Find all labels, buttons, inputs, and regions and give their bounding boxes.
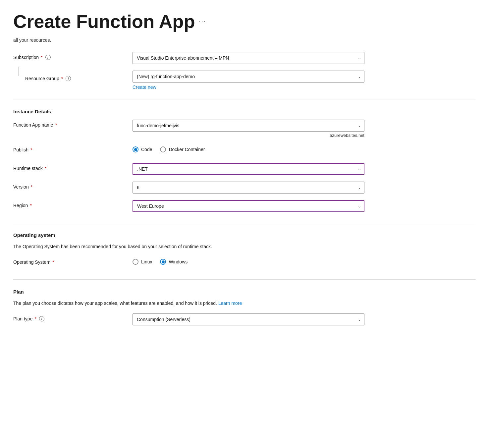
plan-title: Plan	[13, 289, 476, 295]
operating-system-title: Operating system	[13, 232, 476, 238]
divider-3	[13, 279, 476, 280]
publish-code-radio	[133, 146, 138, 152]
os-windows-option[interactable]: Windows	[160, 259, 188, 265]
plan-description: The plan you choose dictates how your ap…	[13, 300, 476, 307]
region-label: Region *	[13, 200, 133, 208]
resource-group-row: Resource Group * i (New) rg-function-app…	[13, 71, 476, 90]
publish-code-label: Code	[141, 147, 152, 152]
subscription-select-wrapper: Visual Studio Enterprise-abonnement – MP…	[133, 52, 364, 64]
indent-line	[13, 67, 24, 76]
function-app-name-select-wrapper: func-demo-jefmeijvis ⌄	[133, 120, 364, 132]
region-required: *	[30, 203, 31, 208]
publish-control: Code Docker Container	[133, 144, 364, 152]
function-app-name-control: func-demo-jefmeijvis ⌄ .azurewebsites.ne…	[133, 120, 364, 138]
operating-system-description: The Operating System has been recommende…	[13, 243, 476, 250]
page-subtitle: all your resources.	[13, 37, 476, 43]
plan-type-label: Plan type * i	[13, 313, 133, 321]
publish-row: Publish * Code Docker Container	[13, 144, 476, 156]
plan-type-select-wrapper: Consumption (Serverless) ⌄	[133, 313, 364, 325]
publish-docker-radio	[160, 146, 166, 152]
divider-1	[13, 99, 476, 99]
operating-system-section: Operating system The Operating System ha…	[13, 232, 476, 269]
resource-group-label: Resource Group	[25, 76, 59, 81]
plan-section: Plan The plan you choose dictates how yo…	[13, 289, 476, 325]
os-linux-label: Linux	[141, 259, 152, 264]
plan-learn-more-link[interactable]: Learn more	[218, 301, 242, 306]
operating-system-row: Operating System * Linux Windows	[13, 257, 476, 269]
runtime-stack-control: .NET ⌄	[133, 163, 364, 175]
os-linux-radio	[133, 259, 138, 265]
os-linux-option[interactable]: Linux	[133, 259, 152, 265]
region-control: West Europe ⌄	[133, 200, 364, 212]
publish-docker-label: Docker Container	[169, 147, 205, 152]
os-windows-label: Windows	[169, 259, 188, 264]
resource-group-select-wrapper: (New) rg-function-app-demo ⌄	[133, 71, 364, 83]
runtime-stack-label: Runtime stack *	[13, 163, 133, 171]
publish-docker-option[interactable]: Docker Container	[160, 146, 205, 152]
version-select[interactable]: 6	[133, 182, 364, 194]
publish-radio-group: Code Docker Container	[133, 144, 364, 152]
page-title-container: Create Function App ···	[13, 11, 476, 32]
instance-details-section: Instance Details Function App name * fun…	[13, 109, 476, 212]
plan-type-control: Consumption (Serverless) ⌄	[133, 313, 364, 325]
publish-code-option[interactable]: Code	[133, 146, 152, 152]
operating-system-label: Operating System *	[13, 257, 133, 265]
plan-type-row: Plan type * i Consumption (Serverless) ⌄	[13, 313, 476, 325]
plan-type-info-icon[interactable]: i	[39, 316, 44, 321]
publish-required: *	[30, 147, 32, 152]
subscription-required: *	[41, 55, 42, 60]
resource-group-label-area: Resource Group * i	[13, 71, 133, 81]
page-title-dots: ···	[199, 18, 206, 25]
version-select-wrapper: 6 ⌄	[133, 182, 364, 194]
region-row: Region * West Europe ⌄	[13, 200, 476, 212]
operating-system-required: *	[52, 259, 54, 265]
runtime-stack-required: *	[45, 166, 46, 171]
plan-type-select[interactable]: Consumption (Serverless)	[133, 313, 364, 325]
subscription-control: Visual Studio Enterprise-abonnement – MP…	[133, 52, 364, 64]
subscription-info-icon[interactable]: i	[45, 55, 51, 60]
divider-2	[13, 223, 476, 223]
resource-group-required: *	[61, 76, 63, 81]
function-app-name-required: *	[55, 122, 57, 128]
function-app-name-row: Function App name * func-demo-jefmeijvis…	[13, 120, 476, 138]
region-select-wrapper: West Europe ⌄	[133, 200, 364, 212]
operating-system-control: Linux Windows	[133, 257, 364, 265]
region-select[interactable]: West Europe	[133, 200, 364, 212]
subscription-select[interactable]: Visual Studio Enterprise-abonnement – MP…	[133, 52, 364, 64]
publish-label: Publish *	[13, 144, 133, 152]
resource-group-control: (New) rg-function-app-demo ⌄ Create new	[133, 71, 364, 90]
function-app-name-label: Function App name *	[13, 120, 133, 128]
runtime-stack-select[interactable]: .NET	[133, 163, 364, 175]
domain-suffix: .azurewebsites.net	[133, 133, 364, 138]
subscription-label: Subscription * i	[13, 52, 133, 60]
subscription-row: Subscription * i Visual Studio Enterpris…	[13, 52, 476, 64]
resource-group-select[interactable]: (New) rg-function-app-demo	[133, 71, 364, 83]
os-radio-group: Linux Windows	[133, 257, 364, 265]
version-label: Version *	[13, 182, 133, 190]
runtime-stack-select-wrapper: .NET ⌄	[133, 163, 364, 175]
instance-details-title: Instance Details	[13, 109, 476, 114]
version-required: *	[31, 184, 32, 190]
os-windows-radio	[160, 259, 166, 265]
page-title: Create Function App	[13, 11, 195, 32]
function-app-name-select[interactable]: func-demo-jefmeijvis	[133, 120, 364, 132]
plan-type-required: *	[34, 316, 36, 321]
runtime-stack-row: Runtime stack * .NET ⌄	[13, 163, 476, 175]
create-new-link[interactable]: Create new	[133, 84, 156, 90]
version-control: 6 ⌄	[133, 182, 364, 194]
resource-group-info-icon[interactable]: i	[66, 76, 71, 81]
version-row: Version * 6 ⌄	[13, 182, 476, 194]
